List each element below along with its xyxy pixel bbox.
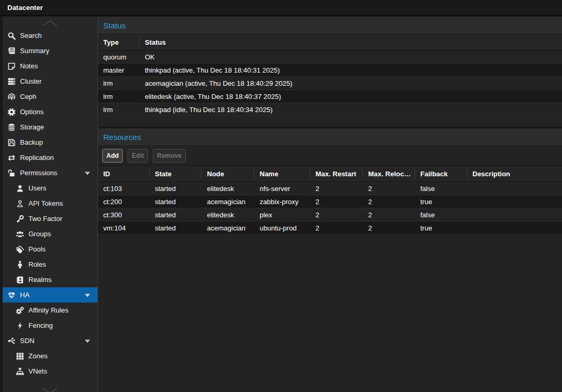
chevron-down-icon[interactable] bbox=[84, 293, 91, 298]
resources-row-ct-300[interactable]: ct:300startedelitedeskplex22false bbox=[98, 208, 562, 222]
sidebar-item-label: Fencing bbox=[28, 321, 53, 329]
resources-column-header-max-restart[interactable]: Max. Restart bbox=[310, 166, 363, 182]
column-label: Description bbox=[472, 170, 510, 178]
resources-cell-max-relocate: 2 bbox=[363, 222, 415, 234]
resources-row-vm-104[interactable]: vm:104startedacemagicianubuntu-prod22tru… bbox=[98, 222, 562, 235]
column-label: Max. Restart bbox=[315, 170, 356, 178]
status-row-lrm[interactable]: lrmthinkpad (idle, Thu Dec 18 18:40:34 2… bbox=[98, 103, 562, 116]
status-grid-header: TypeStatus bbox=[98, 34, 562, 51]
male-icon bbox=[16, 260, 24, 269]
sidebar-item-label: Pools bbox=[28, 245, 46, 253]
resources-column-header-node[interactable]: Node bbox=[202, 166, 254, 182]
resources-panel-header: Resources bbox=[98, 128, 562, 146]
sidebar-item-storage[interactable]: Storage bbox=[3, 119, 97, 135]
sidebar-item-label: API Tokens bbox=[28, 199, 63, 207]
main-content: Status TypeStatus quorumOKmasterthinkpad… bbox=[98, 17, 562, 392]
status-cell-type: lrm bbox=[98, 103, 140, 116]
resources-grid-header: IDStateNodeNameMax. RestartMax. Relocate… bbox=[98, 166, 562, 182]
scroll-down-icon[interactable] bbox=[42, 388, 58, 392]
column-label: ID bbox=[103, 170, 110, 178]
gear-icon bbox=[7, 108, 16, 116]
resources-column-header-id[interactable]: ID bbox=[98, 166, 150, 182]
status-row-master[interactable]: masterthinkpad (active, Thu Dec 18 18:40… bbox=[98, 64, 562, 77]
sidebar-item-ha[interactable]: HA bbox=[3, 287, 97, 303]
resources-cell-max-relocate: 2 bbox=[363, 208, 415, 221]
resources-cell-max-restart: 2 bbox=[310, 222, 363, 234]
resources-cell-description bbox=[467, 208, 562, 221]
th-grid-icon bbox=[16, 352, 24, 360]
column-label: Status bbox=[145, 38, 166, 46]
sidebar-item-users[interactable]: Users bbox=[3, 180, 97, 196]
sidebar-item-fencing[interactable]: Fencing bbox=[3, 318, 97, 333]
column-label: State bbox=[155, 170, 172, 178]
sidebar-item-roles[interactable]: Roles bbox=[3, 257, 97, 272]
status-grid: TypeStatus quorumOKmasterthinkpad (activ… bbox=[98, 34, 562, 127]
chevron-down-icon[interactable] bbox=[84, 170, 91, 176]
resources-cell-max-restart: 2 bbox=[310, 208, 363, 221]
status-row-lrm[interactable]: lrmacemagician (active, Thu Dec 18 18:40… bbox=[98, 77, 562, 90]
status-column-header-status[interactable]: Status bbox=[140, 34, 562, 50]
sidebar-item-label: Permissions bbox=[20, 169, 57, 177]
sidebar-item-realms[interactable]: Realms bbox=[3, 272, 97, 287]
sidebar-item-label: Roles bbox=[28, 260, 46, 268]
resources-cell-state: started bbox=[150, 195, 202, 208]
sidebar-item-options[interactable]: Options bbox=[3, 104, 97, 119]
resources-cell-name: zabbix-proxy bbox=[254, 195, 310, 208]
sidebar-item-two-factor[interactable]: Two Factor bbox=[3, 211, 97, 226]
sidebar-item-permissions[interactable]: Permissions bbox=[3, 165, 97, 180]
status-cell-status: elitedesk (active, Thu Dec 18 18:40:37 2… bbox=[140, 90, 562, 103]
status-cell-type: lrm bbox=[98, 77, 140, 89]
bolt-icon bbox=[16, 321, 24, 330]
resources-cell-failback: true bbox=[415, 195, 467, 208]
sidebar-item-zones[interactable]: Zones bbox=[3, 348, 97, 364]
resources-row-ct-103[interactable]: ct:103startedelitedesknfs-server22false bbox=[98, 182, 562, 195]
chevron-down-icon[interactable] bbox=[84, 338, 91, 344]
resources-cell-node: acemagician bbox=[202, 222, 254, 234]
remove-button[interactable]: Remove bbox=[153, 149, 186, 163]
sidebar-item-backup[interactable]: Backup bbox=[3, 135, 97, 150]
column-label: Node bbox=[207, 170, 224, 178]
sidebar-item-label: Options bbox=[20, 108, 44, 116]
resources-column-header-name[interactable]: Name bbox=[254, 166, 310, 182]
search-icon bbox=[7, 32, 16, 40]
sidebar-item-affinity-rules[interactable]: Affinity Rules bbox=[3, 303, 97, 318]
sidebar-item-notes[interactable]: Notes bbox=[3, 58, 97, 74]
sidebar-item-api-tokens[interactable]: API Tokens bbox=[3, 196, 97, 211]
resources-column-header-max-relocate[interactable]: Max. Relocate bbox=[363, 166, 415, 182]
status-row-quorum[interactable]: quorumOK bbox=[98, 51, 562, 64]
sidebar-item-search[interactable]: Search bbox=[3, 28, 97, 43]
sidebar-item-summary[interactable]: Summary bbox=[3, 43, 97, 58]
status-cell-type: quorum bbox=[98, 51, 140, 63]
ceph-icon bbox=[7, 93, 16, 101]
scroll-up-icon[interactable] bbox=[42, 20, 58, 26]
retweet-icon bbox=[7, 154, 16, 162]
resources-row-ct-200[interactable]: ct:200startedacemagicianzabbix-proxy22tr… bbox=[98, 195, 562, 208]
edit-button[interactable]: Edit bbox=[127, 149, 148, 163]
sidebar-item-groups[interactable]: Groups bbox=[3, 226, 97, 242]
resources-column-header-failback[interactable]: Failback bbox=[415, 166, 467, 182]
status-grid-body: quorumOKmasterthinkpad (active, Thu Dec … bbox=[98, 51, 562, 127]
sidebar-item-label: Notes bbox=[20, 62, 38, 70]
sidebar-item-replication[interactable]: Replication bbox=[3, 150, 97, 165]
sidebar-item-label: Backup bbox=[20, 138, 43, 146]
status-panel: Status TypeStatus quorumOKmasterthinkpad… bbox=[98, 17, 562, 127]
resources-column-header-state[interactable]: State bbox=[150, 166, 202, 182]
user-icon bbox=[16, 184, 24, 193]
column-label: Name bbox=[260, 170, 278, 178]
server-icon bbox=[7, 77, 16, 86]
status-row-lrm[interactable]: lrmelitedesk (active, Thu Dec 18 18:40:3… bbox=[98, 90, 562, 103]
sidebar-item-pools[interactable]: Pools bbox=[3, 242, 97, 257]
sidebar-item-vnets[interactable]: VNets bbox=[3, 364, 97, 379]
topbar: Datacenter bbox=[0, 0, 562, 16]
status-column-header-type[interactable]: Type bbox=[98, 34, 140, 50]
sdn-icon bbox=[7, 337, 16, 345]
sticky-note-icon bbox=[7, 62, 16, 71]
sidebar-item-cluster[interactable]: Cluster bbox=[3, 74, 97, 89]
page-title: Datacenter bbox=[0, 4, 43, 12]
sidebar-item-ceph[interactable]: Ceph bbox=[3, 89, 97, 104]
column-label: Failback bbox=[420, 170, 448, 178]
resources-cell-max-restart: 2 bbox=[310, 182, 363, 195]
sidebar-item-sdn[interactable]: SDN bbox=[3, 333, 97, 348]
add-button[interactable]: Add bbox=[102, 149, 123, 163]
resources-column-header-description[interactable]: Description bbox=[467, 166, 562, 182]
